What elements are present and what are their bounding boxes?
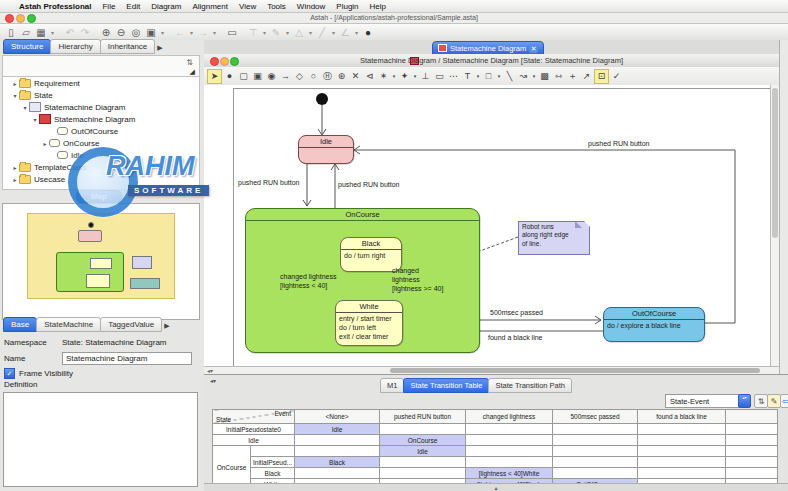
shape-icon[interactable]: △ xyxy=(292,26,306,39)
select-range-icon[interactable]: ▭ xyxy=(225,26,239,39)
freehand-tool-icon[interactable]: ↝ xyxy=(517,70,530,83)
loupe-icon[interactable]: ◎ xyxy=(129,26,143,39)
state-tool-icon[interactable]: ▢ xyxy=(237,70,250,83)
transition-label[interactable]: pushed RUN button xyxy=(238,179,299,188)
line-caret-icon[interactable]: ▾ xyxy=(330,26,337,39)
scrollbar-thumb[interactable] xyxy=(772,88,778,238)
format-icon[interactable]: ✎ xyxy=(269,26,283,39)
junction-tool-icon[interactable]: ○ xyxy=(307,70,320,83)
format-caret-icon[interactable]: ▾ xyxy=(284,26,291,39)
zoom-out-icon[interactable]: ⊖ xyxy=(114,26,128,39)
image-tool-icon[interactable]: ▩ xyxy=(538,70,551,83)
align-caret-icon[interactable]: ▾ xyxy=(261,26,268,39)
shape-caret-icon[interactable]: ▾ xyxy=(307,26,314,39)
text-tool-icon[interactable]: T xyxy=(461,70,474,83)
final-state-tool-icon[interactable]: ◉ xyxy=(265,70,278,83)
tree-item-idle[interactable]: Idle xyxy=(3,149,199,161)
panel-resize-strip[interactable]: ▴ xyxy=(204,483,788,491)
caret-icon[interactable]: ▾ xyxy=(475,70,481,83)
pin-tool-icon[interactable]: ⊥ xyxy=(419,70,432,83)
cell[interactable] xyxy=(295,446,380,457)
cell[interactable] xyxy=(553,435,638,446)
tree-item-usecase[interactable]: ▸ Usecase xyxy=(3,173,199,185)
expander-icon[interactable]: ▸ xyxy=(11,176,19,183)
tree-item-state[interactable]: ▾ State xyxy=(3,89,199,101)
expander-icon[interactable]: ▸ xyxy=(11,80,19,87)
row-subheader[interactable] xyxy=(251,446,295,457)
tree-item-statemachine-diagram-group[interactable]: ▾ Statemachine Diagram xyxy=(3,101,199,113)
caret-icon[interactable]: ▾ xyxy=(531,70,537,83)
fit-menu-caret-icon[interactable]: ▾ xyxy=(159,26,166,39)
expander-icon[interactable]: ▾ xyxy=(31,116,39,123)
raise-tool-icon[interactable]: ↗ xyxy=(580,70,593,83)
cell[interactable] xyxy=(466,424,553,435)
definition-textarea[interactable] xyxy=(3,392,198,487)
transition-label[interactable]: pushed RUN button xyxy=(338,181,399,190)
shallow-history-tool-icon[interactable]: Ⓗ xyxy=(321,70,334,83)
tab-m1[interactable]: M1 xyxy=(380,378,404,393)
state-outofcourse[interactable]: OutOfCourse do / explore a black line xyxy=(603,307,705,342)
tab-overflow-icon[interactable]: ▶ xyxy=(154,42,165,54)
tree-item-outofcourse[interactable]: OutOfCourse xyxy=(3,125,199,137)
cell[interactable] xyxy=(380,424,466,435)
map-panel[interactable] xyxy=(2,203,200,320)
menu-tools[interactable]: Tools xyxy=(267,2,286,11)
cell[interactable] xyxy=(466,457,553,468)
cell[interactable] xyxy=(380,457,466,468)
cell[interactable]: Idle xyxy=(295,424,380,435)
caret-icon[interactable]: ▾ xyxy=(412,70,418,83)
state-idle[interactable]: Idle xyxy=(298,135,354,164)
cell[interactable] xyxy=(295,435,380,446)
open-file-icon[interactable]: ▱ xyxy=(19,26,33,39)
menu-alignment[interactable]: Alignment xyxy=(192,2,228,11)
choice-tool-icon[interactable]: ◇ xyxy=(293,70,306,83)
menu-file[interactable]: File xyxy=(102,2,115,11)
dots-tool-icon[interactable]: ⋯ xyxy=(447,70,460,83)
exit-point-tool-icon[interactable]: ✦ xyxy=(398,70,411,83)
transition-label[interactable]: changed lightness [lightness < 40] xyxy=(280,273,336,291)
deep-history-tool-icon[interactable]: ⊛ xyxy=(335,70,348,83)
tab-overflow-icon[interactable]: ▶ xyxy=(161,320,172,332)
forward-icon[interactable]: → xyxy=(196,26,210,39)
cell[interactable] xyxy=(638,468,726,479)
cell[interactable] xyxy=(466,446,553,457)
zoom-in-icon[interactable]: ⊕ xyxy=(99,26,113,39)
caret-icon[interactable]: ▾ xyxy=(496,70,502,83)
transition-label[interactable]: pushed RUN button xyxy=(588,140,649,149)
transition-label[interactable]: found a black line xyxy=(488,334,542,343)
save-icon[interactable]: ▦ xyxy=(34,26,48,39)
name-field[interactable]: Statemachine Diagram xyxy=(62,352,192,365)
expander-icon[interactable]: ▾ xyxy=(21,104,29,111)
tab-inheritance[interactable]: Inheritance xyxy=(100,39,156,54)
cell[interactable]: OnCourse xyxy=(380,435,466,446)
save-menu-caret-icon[interactable]: ▾ xyxy=(49,26,56,39)
tab-statemachine[interactable]: StateMachine xyxy=(36,317,101,332)
line-tool-icon[interactable]: ╲ xyxy=(503,70,516,83)
forward-caret-icon[interactable]: ▾ xyxy=(211,26,218,39)
check-tool-icon[interactable]: ✓ xyxy=(610,70,623,83)
cell[interactable]: Idle xyxy=(380,446,466,457)
swap-axes-icon[interactable]: ⇅ xyxy=(754,394,768,408)
cell[interactable] xyxy=(553,424,638,435)
undo-icon[interactable]: ↶ xyxy=(63,26,77,39)
row-subheader[interactable]: Black xyxy=(251,468,295,479)
angle-icon[interactable]: ∠ xyxy=(338,26,352,39)
menu-help[interactable]: Help xyxy=(370,2,386,11)
back-icon[interactable]: ← xyxy=(173,26,187,39)
scrollbar-corner-icon[interactable]: ◂▾ xyxy=(207,367,213,374)
row-subheader[interactable]: InitialPseud... xyxy=(251,457,295,468)
add-tool-icon[interactable]: ＋ xyxy=(566,70,579,83)
rect-tool-icon[interactable]: □ xyxy=(482,70,495,83)
frame-tool-icon[interactable]: ▭ xyxy=(433,70,446,83)
cell[interactable] xyxy=(638,446,726,457)
tab-structure[interactable]: Structure xyxy=(3,39,51,54)
fork-join-tool-icon[interactable]: ✕ xyxy=(349,70,362,83)
tab-hierarchy[interactable]: Hierarchy xyxy=(50,39,100,54)
tab-state-transition-table[interactable]: State Transition Table xyxy=(403,378,489,393)
grid-tool-icon[interactable]: ⊡ xyxy=(594,69,609,84)
expander-icon[interactable]: ▾ xyxy=(11,92,19,99)
app-menu[interactable]: Astah Professional xyxy=(19,2,91,11)
color-icon[interactable]: ● xyxy=(361,26,375,39)
edit-table-icon[interactable]: ✎ xyxy=(767,394,781,408)
dropdown-spinner-icon[interactable]: ▴▾ xyxy=(738,394,751,408)
